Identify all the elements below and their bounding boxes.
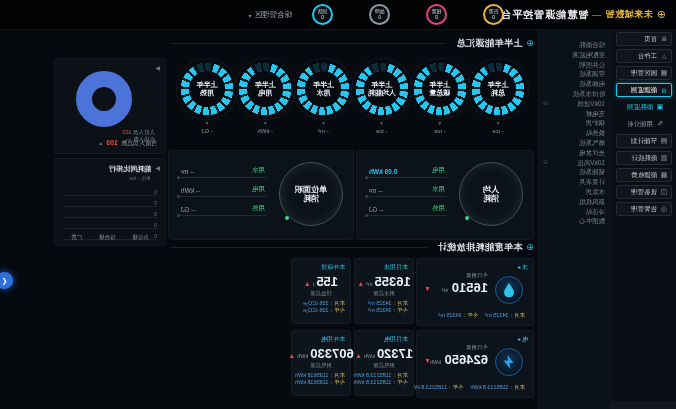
sidebar-menu-item[interactable]: ▣ 能耗监测 bbox=[616, 100, 672, 114]
consumption-rows: 用电 0.09 kWh 用水 -- m³ 用热 -- GJ bbox=[367, 159, 447, 216]
section-header-energy-summary: ⊕ 上半年能源汇总 bbox=[170, 37, 534, 50]
brand-name: 未来城数智 bbox=[605, 8, 653, 21]
stat-footer-line2: 今年：1195618 kWh bbox=[292, 379, 350, 386]
consumption-value: 0.09 kWh bbox=[369, 168, 397, 175]
sidebar-menu-item[interactable]: ≣ 首页 bbox=[616, 32, 672, 46]
status-badge-value: 0 bbox=[378, 14, 381, 20]
gauge-ring: 上半年 总耗 bbox=[471, 62, 525, 116]
consumption-label: 用电 bbox=[252, 185, 265, 194]
tree-item[interactable]: 10kV进线 ⊖ bbox=[543, 99, 605, 109]
tree-item[interactable]: 综合能耗 bbox=[543, 40, 605, 50]
ranking-unit-note: 单位：tce bbox=[129, 175, 151, 181]
status-badge[interactable]: 消防 0 bbox=[312, 4, 333, 25]
chevron-down-icon: ▼ bbox=[238, 120, 292, 126]
per-capita-consumption-card: 人均 消耗 用电 0.09 kWh 用水 -- m³ 用热 -- GJ bbox=[356, 150, 534, 240]
drawer-expand-button[interactable]: ❮ bbox=[0, 272, 13, 289]
ranking-gridline: 0 bbox=[63, 218, 157, 229]
tree-item[interactable]: 变配电监测 bbox=[543, 50, 605, 60]
mirrored-dashboard: ⊕ 未来城数智 — 智慧能源管控平台 告警 0 报警 0 故障 0 bbox=[0, 0, 676, 409]
tree-item[interactable]: 10kV高压 ⊖ bbox=[543, 158, 605, 168]
stat-value: 17320 bbox=[377, 346, 413, 361]
trend-arrow-icon: ▲ bbox=[288, 352, 295, 359]
ranking-gridlines: 0 0 0 0 0 bbox=[63, 185, 157, 240]
gauge-label-line2: 用热 bbox=[200, 89, 214, 98]
chevron-down-icon: ▼ bbox=[296, 120, 350, 126]
tree-item[interactable]: 给排水系统 bbox=[543, 89, 605, 99]
consumption-value: -- m³ bbox=[181, 168, 195, 175]
status-badge[interactable]: 故障 0 bbox=[369, 4, 390, 25]
tree-item-label: 空调系统 bbox=[579, 69, 605, 79]
stat-card-value-row: 607330 kWh ▲ bbox=[292, 346, 350, 361]
collapse-toggle-icon[interactable]: ▶ bbox=[155, 64, 160, 71]
stat-value: 624650 kWh bbox=[430, 352, 488, 367]
today-electricity-card: 电 ▸ 今日用量 624650 kWh ▼ 本月：1185213.8 kWh 今… bbox=[416, 330, 534, 398]
tree-item[interactable]: 充电桩 bbox=[543, 109, 605, 119]
tree-item[interactable]: 换热站 bbox=[543, 128, 605, 138]
sidebar-menu-item[interactable]: ▩ 能源收费 bbox=[616, 168, 672, 182]
tree-item[interactable]: 水泵房 bbox=[543, 187, 605, 197]
tree-item[interactable]: 锅炉房 bbox=[543, 118, 605, 128]
consumption-value: -- m³ bbox=[369, 187, 383, 194]
menu-item-label: 工作台 bbox=[638, 52, 658, 61]
stat-sublabel: 排放总量 bbox=[292, 290, 350, 297]
stat-unit: kWh bbox=[297, 353, 308, 359]
tree-item-label: 公共照明 bbox=[579, 60, 605, 70]
stat-sublabel: 用电总量 bbox=[355, 362, 413, 369]
tree-item-label: 10kV进线 bbox=[577, 99, 605, 109]
water-tab[interactable]: 水 ▸ bbox=[517, 263, 528, 272]
park-selector-label: 综合管理区 bbox=[255, 10, 293, 20]
stat-card: 本月用电 17320 kWh ▲ 用电总量 本月：1185213.8 kWh 今… bbox=[354, 330, 414, 396]
ranking-gridline: 0 bbox=[63, 196, 157, 207]
tree-item[interactable]: 燃气系统 bbox=[543, 138, 605, 148]
consumption-rows: 用水 -- m³ 用电 -- kWh 用热 -- GJ bbox=[179, 159, 267, 216]
stat-label: 今日用量 bbox=[466, 344, 488, 351]
trend-arrow-icon: ▲ bbox=[357, 280, 364, 287]
tree-item[interactable]: 数据中心 bbox=[543, 216, 605, 226]
sidebar-menu-item[interactable]: ılı 能源监测 bbox=[616, 83, 672, 97]
tree-item[interactable]: 储能系统 bbox=[543, 167, 605, 177]
status-badge[interactable]: 告警 0 bbox=[483, 4, 504, 25]
stat-card: 本年用电 607330 kWh ▲ 用电总量 本月：1195618 kWh 今年… bbox=[291, 330, 351, 396]
stat-footer: 本月：1185213.8 kWh 今年：1185213.8 kWh bbox=[421, 384, 525, 391]
tree-item[interactable]: 新风机组 bbox=[543, 197, 605, 207]
tree-item[interactable]: 光伏发电 bbox=[543, 148, 605, 158]
sidebar-menu-item[interactable]: ⌂ 工作台 bbox=[616, 49, 672, 63]
status-badge[interactable]: 报警 0 bbox=[426, 4, 447, 25]
menu-item-icon: ▤ bbox=[660, 137, 668, 145]
tree-toggle-icon[interactable]: ⊖ bbox=[543, 99, 548, 109]
stat-footer: 本月：34325 m³ 今年：34325 m³ bbox=[421, 312, 525, 319]
sidebar-menu-item[interactable]: ◎ 告警管理 bbox=[616, 202, 672, 216]
tree-item[interactable]: 冷冻站 bbox=[543, 207, 605, 217]
status-dot bbox=[465, 216, 469, 220]
circle-title-line1: 人均 bbox=[483, 185, 499, 195]
sidebar-menu-item[interactable]: ◫ 设备管理 bbox=[616, 185, 672, 199]
axis-tick-value: 0 bbox=[154, 200, 157, 206]
sidebar-menu-item[interactable]: ✎ 用能分析 bbox=[616, 117, 672, 131]
electricity-tab[interactable]: 电 ▸ bbox=[517, 335, 528, 344]
collapse-toggle-icon[interactable]: ▶ bbox=[155, 164, 160, 171]
tree-toggle-icon[interactable]: ⊖ bbox=[543, 158, 548, 168]
gauge-ring: 上半年 用热 bbox=[180, 62, 234, 116]
tree-item[interactable]: 计量表具 bbox=[543, 177, 605, 187]
per-capita-circle: 人均 消耗 bbox=[459, 162, 523, 226]
park-selector-dropdown[interactable]: 综合管理区 ▾ bbox=[248, 10, 292, 20]
gauge-label-line2: 总耗 bbox=[491, 89, 505, 98]
stat-value: 155 bbox=[316, 274, 338, 289]
sidebar-menu-item[interactable]: ▥ 能耗统计 bbox=[616, 151, 672, 165]
stat-value: 16355 bbox=[375, 274, 411, 289]
ranking-gridline: 0 bbox=[63, 185, 157, 196]
stat-unit: kWh bbox=[430, 359, 441, 365]
consumption-row: 用水 -- m³ bbox=[179, 159, 267, 178]
gauge-value-unit: - tce bbox=[413, 128, 467, 134]
energy-gauge: 上半年 碳总量 ▼ - tce bbox=[413, 62, 467, 134]
energy-gauge: 上半年 人均能耗 ▼ - tce bbox=[355, 62, 409, 134]
gauge-label-line1: 上半年 bbox=[429, 81, 450, 90]
tree-item[interactable]: 电梯系统 bbox=[543, 79, 605, 89]
gauge-value-unit: - kWh bbox=[238, 128, 292, 134]
tree-item[interactable]: 公共照明 bbox=[543, 60, 605, 70]
tree-item[interactable]: 空调系统 bbox=[543, 69, 605, 79]
stat-card-header: 本年碳排 bbox=[292, 259, 350, 272]
gauge-label-line2: 碳总量 bbox=[429, 89, 450, 98]
sidebar-menu-item[interactable]: ▤ 节能计划 bbox=[616, 134, 672, 148]
sidebar-menu-item[interactable]: ▦ 园区管理 bbox=[616, 66, 672, 80]
